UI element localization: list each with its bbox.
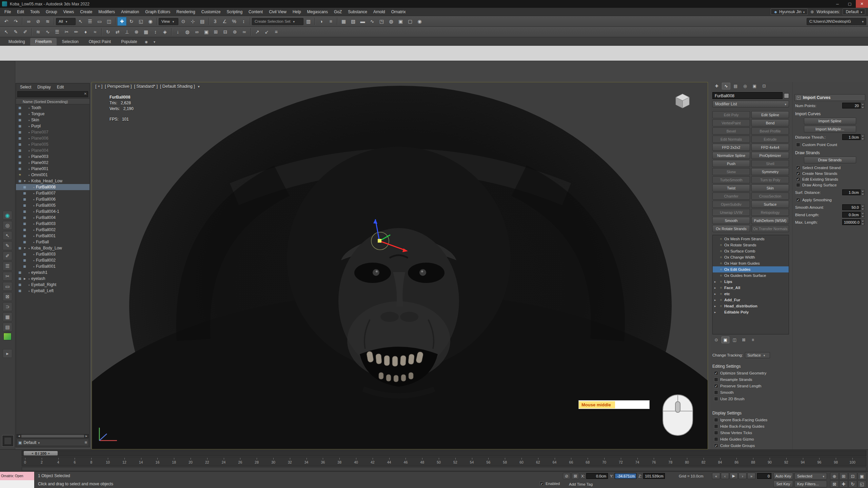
toggle-ribbon-icon[interactable]: ▬ [358,17,367,26]
explorer-search-input[interactable] [17,91,88,97]
modifier-button-chamfer[interactable]: Chamfer [712,192,750,200]
blend-length-spinner[interactable]: 0.0cm [842,212,861,218]
timeline-tick-86[interactable]: 86 [735,460,739,464]
expand-arrow-icon[interactable] [714,305,718,308]
timeline-tick-82[interactable]: 82 [702,460,706,464]
checkbox-edit-existing-strands[interactable]: Edit Existing Strands [794,176,865,182]
explorer-row[interactable]: Tooth [16,105,90,111]
spinner-snap-icon[interactable]: ↕ [239,17,248,26]
spinner-arrows[interactable] [861,204,865,210]
modifier-button-twist[interactable]: Twist [712,184,750,191]
visibility-dot-icon[interactable] [27,137,31,140]
explorer-row[interactable]: FurBall007 [16,190,90,196]
angle-snap-icon[interactable]: ∠ [220,17,229,26]
object-color-swatch[interactable] [784,93,789,98]
menu-modifiers[interactable]: Modifiers [95,8,118,16]
play-button[interactable]: ▶ [730,473,738,479]
modifier-button-symmetry[interactable]: Symmetry [751,168,789,175]
timeline-tick-44[interactable]: 44 [387,460,391,464]
maximize-button[interactable]: ▢ [844,0,856,8]
checkbox-icon[interactable] [714,431,718,435]
explorer-menu-icon[interactable] [84,440,87,445]
modifier-bulb-icon[interactable] [719,274,723,277]
explorer-menu-edit[interactable]: Edit [54,85,67,89]
time-slider-track[interactable]: 0 / 100 [22,450,866,456]
checkbox-icon[interactable] [796,183,800,187]
explorer-row[interactable]: eyelash1 [16,269,90,276]
scroll-right-icon[interactable] [84,434,88,438]
strand-detail-icon[interactable]: ⊞ [211,27,220,36]
timeline-tick-24[interactable]: 24 [222,460,226,464]
go-to-end-button[interactable]: » [747,473,755,479]
stack-item-ox-hair-from-guides[interactable]: Ox Hair from Guides [713,260,789,266]
timeline-tick-72[interactable]: 72 [619,460,623,464]
ribbon-config-icon[interactable]: ◉ [143,39,150,45]
modifier-button-ox-rotate-strands[interactable]: Ox Rotate Strands [712,225,750,232]
comb-icon[interactable]: ☰ [3,262,12,270]
object-name-field[interactable]: FurBall008 [712,92,783,99]
modifier-button-bevel-profile[interactable]: Bevel Profile [751,127,789,135]
axis-value-field[interactable]: 0.0cm [586,473,608,479]
mirror-icon[interactable]: ◑ [317,17,326,26]
viewport-label-1[interactable]: [ Perspective ] [105,84,132,89]
timeline-tick-74[interactable]: 74 [635,460,639,464]
visibility-dot-icon[interactable] [27,162,31,164]
checkbox-smooth[interactable]: Smooth [712,389,789,395]
active-layer-name[interactable]: Default [23,440,36,445]
menu-substance[interactable]: Substance [345,8,370,16]
modifier-button-edit-spline[interactable]: Edit Spline [751,111,789,118]
explorer-row[interactable]: Koba_Body_Low [16,245,90,251]
toggle-layer-explorer-icon[interactable]: ▧ [349,17,358,26]
scrollbar-thumb[interactable] [21,435,84,438]
selection-filter-dropdown[interactable]: All [56,18,76,25]
orbit-icon[interactable]: ↻ [848,480,857,488]
ribbon-tab-populate[interactable]: Populate [116,38,142,45]
visibility-dot-icon[interactable] [27,290,31,292]
resolve-collisions-icon[interactable]: ⊗ [132,27,141,36]
timeline-tick-42[interactable]: 42 [371,460,375,464]
surface-distance-spinner[interactable]: 1.0cm [842,189,861,195]
explorer-menu-select[interactable]: Select [17,85,34,89]
strand-multiplier-icon[interactable]: ⊟ [221,27,230,36]
checkbox-icon[interactable] [714,378,718,382]
timeline-tick-64[interactable]: 64 [553,460,557,464]
layers-icon[interactable]: ▤ [3,323,12,331]
import-multiple-button[interactable]: Import Multiple... [804,126,856,133]
use-pivot-point-icon[interactable]: ⊙ [179,17,188,26]
explorer-row[interactable]: Eyeball_Left [16,288,90,294]
checkbox-icon[interactable] [796,198,800,202]
visibility-dot-icon[interactable] [27,168,31,170]
modifier-button-push[interactable]: Push [712,160,750,167]
timeline-tick-14[interactable]: 14 [139,460,143,464]
visibility-dot-icon[interactable] [32,204,36,207]
visibility-dot-icon[interactable] [32,265,36,268]
timeline-tick-76[interactable]: 76 [652,460,656,464]
stack-item-ox-mesh-from-strands[interactable]: Ox Mesh From Strands [713,236,789,242]
stack-item-ox-guides-from-surface[interactable]: Ox Guides from Surface [713,272,789,279]
explorer-row[interactable]: Omni001 [16,172,90,178]
modifier-bulb-icon[interactable] [719,249,723,253]
comb-strands-icon[interactable]: ☰ [53,27,62,36]
modifier-button-skew[interactable]: Skew [712,168,750,175]
viewport-label-3[interactable]: [ Default Shading ] [160,84,195,89]
timeline-tick-22[interactable]: 22 [205,460,209,464]
modifier-bulb-icon[interactable] [719,262,723,265]
timeline-tick-100[interactable]: 100 [849,460,855,464]
checkbox-show-vertex-ticks[interactable]: Show Vertex Ticks [712,429,789,436]
magnet-icon[interactable]: ⊃ [3,302,12,311]
window-crossing-icon[interactable]: ◫ [104,17,114,26]
select-and-scale-icon[interactable]: ◱ [136,17,145,26]
stack-item-lips[interactable]: Lips [713,279,789,285]
explorer-row[interactable]: FurBall001 [16,263,90,269]
hair-dynamics-icon[interactable]: ∞ [192,27,201,36]
explorer-row[interactable]: Tongue [16,111,90,117]
timeline-tick-38[interactable]: 38 [337,460,341,464]
modifier-bulb-icon[interactable] [719,280,723,283]
menu-ornatrix[interactable]: Ornatrix [388,8,409,16]
timeline-tick-58[interactable]: 58 [503,460,507,464]
checkbox-hide-back-facing-guides[interactable]: Hide Back-Facing Guides [712,423,789,429]
menu-help[interactable]: Help [290,8,304,16]
explorer-row[interactable]: FurBall003 [16,251,90,257]
timeline-tick-70[interactable]: 70 [602,460,606,464]
checkbox-draw-along-surface[interactable]: Draw Along Surface [794,182,865,188]
